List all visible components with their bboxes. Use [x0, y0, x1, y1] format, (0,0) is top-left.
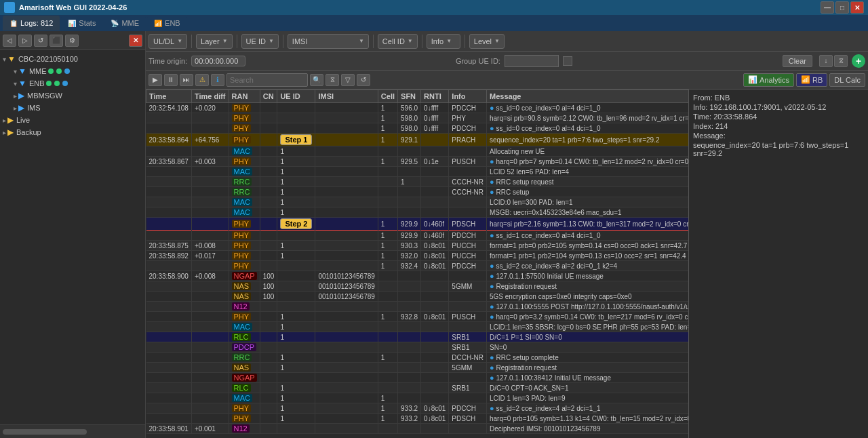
- play-btn[interactable]: ▶: [149, 74, 162, 86]
- cell-rnti: [421, 363, 449, 373]
- warn-btn[interactable]: ⚠: [195, 74, 209, 86]
- table-row[interactable]: MAC1LCID:0 len=300 PAD: len=1: [146, 197, 689, 207]
- group-checkbox[interactable]: [563, 56, 572, 66]
- table-row[interactable]: MAC1LCID:1 len=35 SBSR: lcg=0 bs=0 SE PH…: [146, 322, 689, 332]
- ue-id-dropdown[interactable]: UE ID ▼: [241, 34, 279, 49]
- table-row[interactable]: PHY1932.40↓8c01PDCCH● ss_id=2 cce_index=…: [146, 261, 689, 271]
- cell-cell: [378, 332, 397, 342]
- filter-btn[interactable]: ⧖: [834, 55, 848, 67]
- step-btn[interactable]: ⏭: [180, 74, 193, 86]
- refresh-btn[interactable]: ↺: [34, 35, 47, 47]
- table-row[interactable]: 20:33:58.864+64.756PHYStep 11929.1PRACHs…: [146, 134, 689, 146]
- level-arrow: ▼: [494, 38, 500, 44]
- table-row[interactable]: RRC1CCCH-NR● RRC setup: [146, 187, 689, 197]
- search-input[interactable]: [226, 73, 308, 87]
- filter3-btn[interactable]: ▽: [341, 74, 355, 86]
- layer-dropdown[interactable]: Layer ▼: [196, 34, 232, 49]
- cell-diff: [191, 177, 229, 187]
- table-row[interactable]: 20:33:58.901+0.001N12Deciphered IMSI: 00…: [146, 424, 689, 434]
- table-row[interactable]: MAC1LCID 52 len=6 PAD: len=4: [146, 167, 689, 177]
- table-row[interactable]: 20:32:54.108+0.020PHY1596.00↓ffffPDCCH● …: [146, 103, 689, 113]
- cell-rnti: [421, 393, 449, 403]
- ul-dl-dropdown[interactable]: UL/DL ▼: [149, 34, 187, 49]
- cell-info: [449, 424, 487, 434]
- table-row[interactable]: 20:33:58.867+0.003PHY11929.50↓1ePUSCH● h…: [146, 157, 689, 167]
- cell-ue: 1: [277, 332, 315, 342]
- sidebar-scroll-bar[interactable]: [0, 424, 145, 438]
- refresh2-btn[interactable]: ↺: [357, 74, 370, 86]
- sidebar-item-mbmsgw[interactable]: ▸ ▶ MBMSGW: [0, 89, 145, 102]
- table-row[interactable]: PDCPSRB1SN=0: [146, 342, 689, 353]
- tree-root[interactable]: ▾ ▼ CBC-2021050100: [0, 53, 145, 65]
- pause-btn[interactable]: ⏸: [164, 74, 178, 86]
- sidebar-item-ims[interactable]: ▸ ▶ IMS: [0, 102, 145, 114]
- cell-time: [146, 218, 192, 231]
- table-row[interactable]: PHY11933.20↓8c01PDCCH● ss_id=2 cce_index…: [146, 403, 689, 414]
- cell-info: CCCH-NR: [449, 177, 487, 187]
- search-icon-btn[interactable]: 🔍: [310, 74, 323, 86]
- tab-stats[interactable]: 📊 Stats: [61, 16, 102, 31]
- cell-info: PDCCH: [449, 261, 487, 271]
- cell-sfn: 929.9: [398, 231, 421, 241]
- table-row[interactable]: PHY1598.00↓ffffPHYharq=si prb=90.8 symb=…: [146, 113, 689, 123]
- info-btn[interactable]: ℹ: [211, 74, 224, 86]
- table-row[interactable]: MAC1Allocating new UE: [146, 146, 689, 157]
- table-row[interactable]: NAS1000010101234567895GS encryption caps…: [146, 292, 689, 302]
- time-origin-input[interactable]: [191, 56, 245, 66]
- sidebar-item-enb[interactable]: ▾ ▼ ENB: [0, 77, 145, 89]
- add-button[interactable]: +: [852, 54, 865, 68]
- dl-calc-button[interactable]: DL Calc: [829, 73, 865, 87]
- table-row[interactable]: PHY11932.80↓8c01PUSCH● harq=0 prb=3.2 sy…: [146, 312, 689, 322]
- cell-time: 20:33:58.867: [146, 157, 192, 167]
- sidebar-item-live[interactable]: ▸ ▶ Live: [0, 114, 145, 126]
- table-row[interactable]: 20:33:58.875+0.008PHY11930.30↓8c01PUCCHf…: [146, 241, 689, 251]
- scroll-thumb[interactable]: [3, 429, 87, 435]
- table-row[interactable]: NGAP● 127.0.1.100:38412 Initial UE messa…: [146, 373, 689, 383]
- minimize-btn[interactable]: —: [821, 1, 834, 14]
- table-row[interactable]: MAC11LCID 1 len=3 PAD: len=9: [146, 393, 689, 403]
- cell-info: PDCCH: [449, 403, 487, 414]
- analytics-button[interactable]: 📊 Analytics: [743, 73, 794, 87]
- sidebar-item-backup[interactable]: ▸ ▶ Backup: [0, 126, 145, 138]
- table-row[interactable]: 20:33:58.892+0.017PHY11932.00↓8c01PUCCHf…: [146, 251, 689, 261]
- table-row[interactable]: PHYStep 21929.90↓460fPDSCHharq=si prb=2.…: [146, 218, 689, 231]
- settings-btn[interactable]: ⚙: [65, 35, 79, 47]
- maximize-btn[interactable]: □: [835, 1, 849, 14]
- export-btn[interactable]: ↓: [819, 55, 833, 67]
- table-row[interactable]: RRC11CCCH-NR● RRC setup request: [146, 177, 689, 187]
- table-row[interactable]: PHY1598.00↓ffffPDCCH● ss_id=0 cce_index=…: [146, 123, 689, 134]
- table-area[interactable]: Time Time diff RAN CN UE ID IMSI Cell SF…: [146, 89, 688, 438]
- cell-id-dropdown[interactable]: Cell ID ▼: [378, 34, 418, 49]
- cell-message: format=1 prb=1 prb2=104 symb=0.13 cs=10 …: [487, 251, 689, 261]
- table-row[interactable]: MAC1MSGB: uecri=0x1453233e84e6 mac_sdu=1: [146, 207, 689, 218]
- sidebar-close-btn[interactable]: ✕: [129, 35, 142, 47]
- clear-button[interactable]: Clear: [783, 55, 812, 67]
- table-row[interactable]: NAS1000010101234567895GMM● Registration …: [146, 281, 689, 292]
- tab-enb[interactable]: 📶 ENB: [147, 16, 187, 31]
- level-dropdown[interactable]: Level ▼: [469, 34, 505, 49]
- ran-badge: PHY: [232, 114, 252, 122]
- table-row[interactable]: N12● 127.0.1.100:5555 POST http://127.0.…: [146, 302, 689, 312]
- table-row[interactable]: PHY11933.20↓8c01PDSCHharq=0 prb=105 symb…: [146, 414, 689, 424]
- filter2-btn[interactable]: ⧖: [326, 74, 339, 86]
- tab-mme[interactable]: 📡 MME: [104, 16, 146, 31]
- table-row[interactable]: NAS15GMM● Registration request: [146, 363, 689, 373]
- table-row[interactable]: RLC1SRB1D/C=1 P=1 SI=00 SN=0: [146, 332, 689, 342]
- info-dropdown[interactable]: Info ▼: [427, 34, 460, 49]
- table-row[interactable]: PHY1929.90↓460fPDCCH● ss_id=1 cce_index=…: [146, 231, 689, 241]
- table-row[interactable]: RLC1SRB1D/C=0 CPT=0 ACK_SN=1: [146, 383, 689, 393]
- table-row[interactable]: RRC11DCCH-NR● RRC setup complete: [146, 353, 689, 363]
- folder-icon-backup: ▶: [7, 127, 14, 137]
- tab-logs[interactable]: 📋 Logs: 812: [3, 16, 60, 31]
- rb-button[interactable]: 📶 RB: [796, 73, 827, 87]
- table-row[interactable]: 20:33:58.900+0.008NGAP100001010123456789…: [146, 271, 689, 281]
- group-ue-input[interactable]: [505, 55, 559, 67]
- back-btn[interactable]: ◁: [3, 35, 16, 47]
- cell-ran: MAC: [229, 167, 260, 177]
- stop-btn[interactable]: ⬛: [50, 35, 63, 47]
- imsi-dropdown[interactable]: IMSI ▼: [288, 34, 369, 49]
- sidebar-item-mme[interactable]: ▾ ▼ MME: [0, 65, 145, 77]
- ran-badge: N12: [232, 302, 250, 311]
- forward-btn[interactable]: ▷: [18, 35, 32, 47]
- close-btn[interactable]: ✕: [850, 1, 864, 14]
